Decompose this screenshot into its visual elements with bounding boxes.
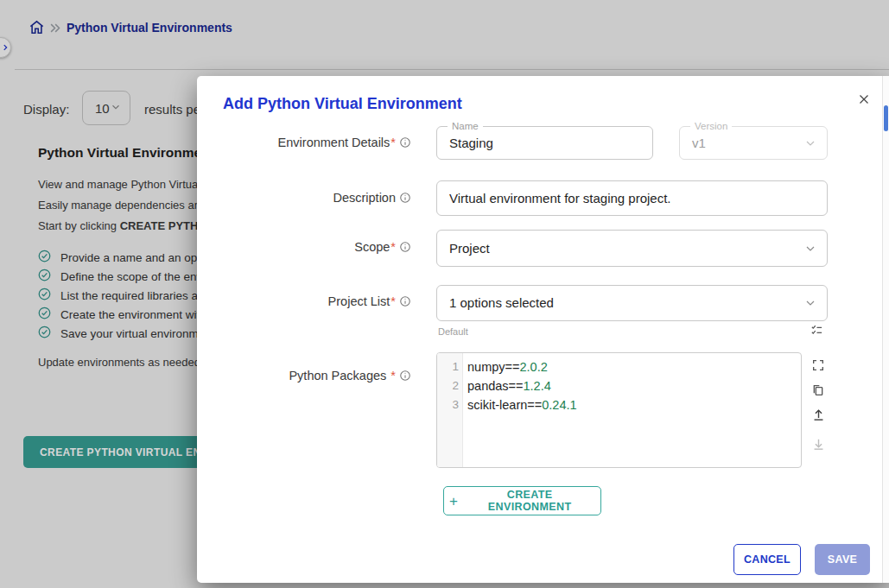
info-icon[interactable] xyxy=(399,137,411,151)
checklist-icon[interactable] xyxy=(810,324,823,340)
cancel-button[interactable]: CANCEL xyxy=(733,544,801,575)
create-environment-button[interactable]: + CREATE ENVIRONMENT xyxy=(443,486,601,515)
project-list-value: 1 options selected xyxy=(437,286,827,320)
info-icon[interactable] xyxy=(399,193,411,206)
modal-scrollbar[interactable] xyxy=(882,76,889,583)
scrollbar-thumb[interactable] xyxy=(884,105,888,131)
fullscreen-icon[interactable] xyxy=(811,358,825,376)
scope-label: Scope* xyxy=(197,238,411,256)
editor-code[interactable]: numpy==2.0.2 pandas==1.2.4 scikit-learn=… xyxy=(463,353,801,467)
info-icon[interactable] xyxy=(399,242,411,256)
info-icon[interactable] xyxy=(399,296,411,310)
code-line: numpy==2.0.2 xyxy=(467,357,801,376)
dialog-title: Add Python Virtual Environment xyxy=(223,95,462,113)
chevron-down-icon xyxy=(803,136,817,154)
download-icon[interactable] xyxy=(811,437,826,455)
packages-code-editor[interactable]: 1 2 3 numpy==2.0.2 pandas==1.2.4 scikit-… xyxy=(436,352,802,468)
name-field[interactable]: Name xyxy=(436,126,653,160)
close-icon[interactable] xyxy=(856,92,872,111)
save-button[interactable]: SAVE xyxy=(815,544,870,575)
code-line: pandas==1.2.4 xyxy=(467,376,801,395)
description-label: Description xyxy=(197,189,411,206)
version-select[interactable]: Version v1 xyxy=(679,126,828,160)
info-icon[interactable] xyxy=(399,370,411,384)
code-line: scikit-learn==0.24.1 xyxy=(467,395,801,414)
chevron-down-icon xyxy=(803,296,817,313)
scope-value: Project xyxy=(437,231,827,266)
add-venv-dialog: Add Python Virtual Environment Environme… xyxy=(197,76,889,583)
plus-icon: + xyxy=(449,494,458,509)
project-list-label: Project List* xyxy=(197,293,411,310)
scope-select[interactable]: Project xyxy=(436,230,828,267)
description-input[interactable] xyxy=(437,181,827,215)
editor-gutter: 1 2 3 xyxy=(437,353,463,467)
python-packages-label: Python Packages * xyxy=(197,367,411,384)
project-list-hint: Default xyxy=(438,326,468,337)
description-field[interactable] xyxy=(436,180,828,216)
upload-icon[interactable] xyxy=(811,408,826,426)
copy-icon[interactable] xyxy=(811,383,825,401)
name-field-label: Name xyxy=(448,120,483,132)
version-field-label: Version xyxy=(690,120,732,132)
chevron-down-icon xyxy=(803,242,817,259)
environment-details-label: Environment Details* xyxy=(197,134,411,151)
project-list-select[interactable]: 1 options selected xyxy=(436,285,828,321)
